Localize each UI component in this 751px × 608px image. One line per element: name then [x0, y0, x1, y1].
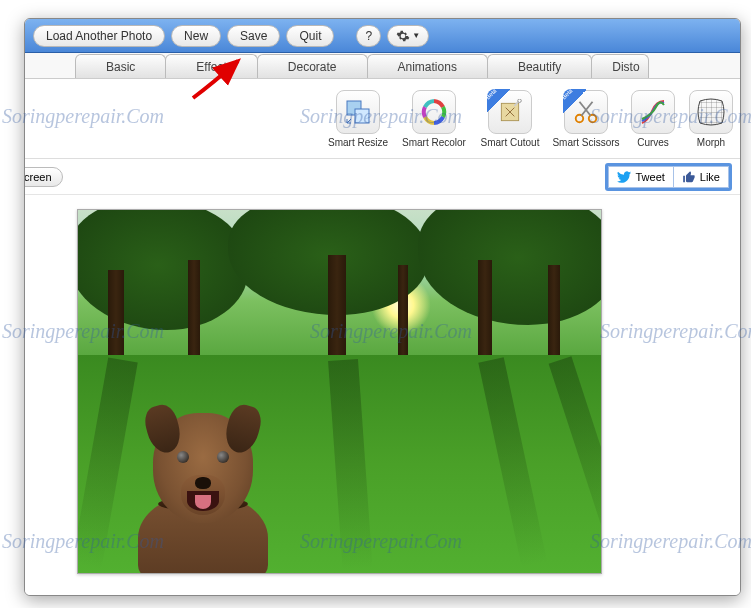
tool-smart-scissors[interactable]: Smart Scissors [552, 90, 620, 148]
category-tabs: Basic Effect Decorate Animations Beautif… [25, 53, 740, 79]
tool-label: Smart Cutout [481, 137, 540, 148]
beta-badge [563, 89, 587, 113]
tool-smart-recolor[interactable]: Smart Recolor [400, 90, 468, 148]
smart-scissors-icon [564, 90, 608, 134]
photo-subject-dog [118, 383, 288, 574]
gear-icon [396, 29, 410, 43]
tool-morph[interactable]: Morph [686, 90, 736, 148]
tab-effect[interactable]: Effect [165, 54, 257, 78]
dropdown-icon: ▼ [412, 31, 420, 40]
svg-point-4 [518, 99, 521, 102]
like-icon [682, 170, 696, 184]
curves-icon [631, 90, 675, 134]
like-label: Like [700, 171, 720, 183]
new-button[interactable]: New [171, 25, 221, 47]
canvas-area [25, 197, 740, 595]
morph-icon [689, 90, 733, 134]
smart-recolor-icon [412, 90, 456, 134]
scene-foliage [77, 209, 248, 330]
tool-smart-cutout[interactable]: Smart Cutout [476, 90, 544, 148]
beta-badge [487, 89, 511, 113]
like-button[interactable]: Like [673, 166, 729, 188]
tool-smart-resize[interactable]: Smart Resize [324, 90, 392, 148]
tab-animations[interactable]: Animations [367, 54, 488, 78]
settings-button[interactable]: ▼ [387, 25, 429, 47]
tool-curves[interactable]: Curves [628, 90, 678, 148]
photo-canvas[interactable] [77, 209, 602, 574]
sub-toolbar: creen Tweet Like [25, 159, 740, 195]
tab-distort[interactable]: Disto [591, 54, 648, 78]
twitter-icon [617, 171, 631, 183]
main-toolbar: Load Another Photo New Save Quit ? ▼ [25, 19, 740, 53]
tab-decorate[interactable]: Decorate [257, 54, 368, 78]
tab-beautify[interactable]: Beautify [487, 54, 592, 78]
smart-cutout-icon [488, 90, 532, 134]
tweet-label: Tweet [635, 171, 664, 183]
save-button[interactable]: Save [227, 25, 280, 47]
tool-label: Smart Resize [328, 137, 388, 148]
tool-label: Morph [697, 137, 725, 148]
load-photo-button[interactable]: Load Another Photo [33, 25, 165, 47]
social-buttons: Tweet Like [605, 163, 732, 191]
smart-resize-icon [336, 90, 380, 134]
help-button[interactable]: ? [356, 25, 381, 47]
quit-button[interactable]: Quit [286, 25, 334, 47]
tool-label: Smart Scissors [552, 137, 619, 148]
tool-strip: Smart Resize Smart Recolor Smart Cutout … [25, 79, 740, 159]
app-window: Load Another Photo New Save Quit ? ▼ Bas… [24, 18, 741, 596]
tab-basic[interactable]: Basic [75, 54, 166, 78]
tool-label: Smart Recolor [402, 137, 466, 148]
screen-button[interactable]: creen [24, 167, 63, 187]
tool-label: Curves [637, 137, 669, 148]
svg-rect-1 [355, 109, 369, 123]
tweet-button[interactable]: Tweet [608, 166, 672, 188]
